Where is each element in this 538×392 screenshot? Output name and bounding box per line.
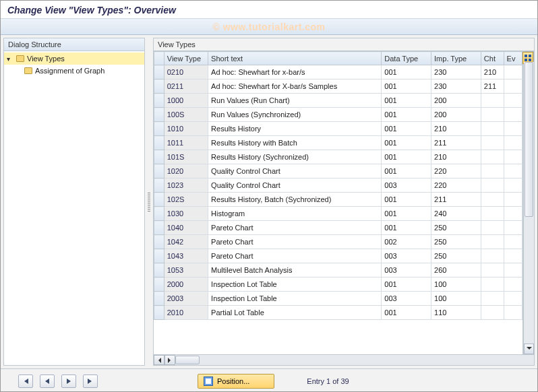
cell-short-text[interactable]: Quality Control Chart <box>208 178 382 193</box>
cell-data-type[interactable]: 003 <box>382 292 431 306</box>
table-row[interactable]: 1043Pareto Chart003250 <box>154 249 522 263</box>
cell-imp-type[interactable]: 220 <box>431 164 481 178</box>
table-row[interactable]: 1023Quality Control Chart003220 <box>154 178 522 193</box>
cell-view-type[interactable]: 101S <box>164 150 208 164</box>
scroll-right-button[interactable] <box>165 355 175 365</box>
cell-view-type[interactable]: 1040 <box>164 221 208 235</box>
cell-short-text[interactable]: Run Values (Synchronized) <box>208 108 382 122</box>
cell-ev[interactable] <box>504 249 522 263</box>
row-selector[interactable] <box>154 193 165 207</box>
table-row[interactable]: 2003Inspection Lot Table003100 <box>154 292 522 306</box>
cell-cht[interactable] <box>481 122 504 136</box>
row-selector[interactable] <box>154 263 165 277</box>
cell-data-type[interactable]: 001 <box>382 207 431 221</box>
cell-cht[interactable] <box>481 178 504 193</box>
cell-data-type[interactable]: 003 <box>382 249 431 263</box>
cell-imp-type[interactable]: 210 <box>431 122 481 136</box>
row-selector[interactable] <box>154 94 165 108</box>
prev-page-button[interactable] <box>40 374 55 388</box>
cell-data-type[interactable]: 001 <box>382 79 431 94</box>
cell-short-text[interactable]: Partial Lot Table <box>208 306 382 320</box>
h-scroll-track[interactable] <box>175 355 523 365</box>
cell-data-type[interactable]: 001 <box>382 122 431 136</box>
cell-view-type[interactable]: 1053 <box>164 263 208 277</box>
cell-data-type[interactable]: 003 <box>382 178 431 193</box>
cell-view-type[interactable]: 1043 <box>164 249 208 263</box>
cell-imp-type[interactable]: 240 <box>431 207 481 221</box>
cell-data-type[interactable]: 001 <box>382 164 431 178</box>
table-row[interactable]: 1042Pareto Chart002250 <box>154 235 522 249</box>
first-page-button[interactable] <box>18 374 33 388</box>
cell-view-type[interactable]: 0211 <box>164 79 208 94</box>
row-selector[interactable] <box>154 178 165 193</box>
scroll-track[interactable] <box>524 62 534 344</box>
cell-short-text[interactable]: Run Values (Run Chart) <box>208 94 382 108</box>
cell-ev[interactable] <box>504 79 522 94</box>
cell-imp-type[interactable]: 211 <box>431 136 481 150</box>
cell-data-type[interactable]: 001 <box>382 277 431 292</box>
horizontal-scrollbar[interactable] <box>154 354 534 365</box>
tree-collapse-icon[interactable]: ▾ <box>7 55 13 63</box>
row-selector[interactable] <box>154 164 165 178</box>
cell-imp-type[interactable]: 100 <box>431 277 481 292</box>
cell-cht[interactable] <box>481 277 504 292</box>
cell-ev[interactable] <box>504 263 522 277</box>
table-row[interactable]: 1000Run Values (Run Chart)001200 <box>154 94 522 108</box>
table-row[interactable]: 1011Results History with Batch001211 <box>154 136 522 150</box>
cell-cht[interactable] <box>481 207 504 221</box>
cell-data-type[interactable]: 001 <box>382 94 431 108</box>
cell-short-text[interactable]: Inspection Lot Table <box>208 277 382 292</box>
cell-data-type[interactable]: 001 <box>382 306 431 320</box>
cell-ev[interactable] <box>504 150 522 164</box>
position-button[interactable]: Position... <box>198 374 274 389</box>
row-selector[interactable] <box>154 150 165 164</box>
cell-data-type[interactable]: 003 <box>382 263 431 277</box>
tree-node-assignment-of-graph[interactable]: Assignment of Graph <box>4 65 144 77</box>
cell-data-type[interactable]: 001 <box>382 193 431 207</box>
table-row[interactable]: 1040Pareto Chart001250 <box>154 221 522 235</box>
cell-cht[interactable]: 210 <box>481 65 504 79</box>
cell-imp-type[interactable]: 200 <box>431 108 481 122</box>
cell-ev[interactable] <box>504 306 522 320</box>
cell-cht[interactable] <box>481 263 504 277</box>
cell-imp-type[interactable]: 211 <box>431 193 481 207</box>
cell-view-type[interactable]: 1042 <box>164 235 208 249</box>
row-selector[interactable] <box>154 65 165 79</box>
cell-imp-type[interactable]: 200 <box>431 94 481 108</box>
cell-imp-type[interactable]: 110 <box>431 306 481 320</box>
cell-short-text[interactable]: Results History <box>208 122 382 136</box>
cell-cht[interactable] <box>481 193 504 207</box>
table-row[interactable]: 1010Results History001210 <box>154 122 522 136</box>
row-selector[interactable] <box>154 79 165 94</box>
row-selector-header[interactable] <box>154 52 165 65</box>
cell-view-type[interactable]: 2010 <box>164 306 208 320</box>
cell-ev[interactable] <box>504 207 522 221</box>
col-header-cht[interactable]: Cht <box>481 52 504 65</box>
cell-view-type[interactable]: 2000 <box>164 277 208 292</box>
cell-short-text[interactable]: Pareto Chart <box>208 235 382 249</box>
cell-data-type[interactable]: 001 <box>382 136 431 150</box>
tree-node-view-types[interactable]: ▾ View Types <box>4 53 144 65</box>
next-page-button[interactable] <box>61 374 76 388</box>
cell-imp-type[interactable]: 100 <box>431 292 481 306</box>
cell-short-text[interactable]: Quality Control Chart <box>208 164 382 178</box>
cell-imp-type[interactable]: 250 <box>431 235 481 249</box>
cell-cht[interactable] <box>481 150 504 164</box>
cell-data-type[interactable]: 001 <box>382 221 431 235</box>
cell-ev[interactable] <box>504 235 522 249</box>
cell-data-type[interactable]: 002 <box>382 235 431 249</box>
vertical-scrollbar[interactable] <box>523 51 534 354</box>
table-row[interactable]: 2010Partial Lot Table001110 <box>154 306 522 320</box>
cell-cht[interactable] <box>481 136 504 150</box>
cell-ev[interactable] <box>504 221 522 235</box>
cell-view-type[interactable]: 102S <box>164 193 208 207</box>
cell-short-text[interactable]: Ad hoc: Shewhart for X-bar/s Samples <box>208 79 382 94</box>
row-selector[interactable] <box>154 221 165 235</box>
cell-imp-type[interactable]: 230 <box>431 65 481 79</box>
cell-short-text[interactable]: Ad hoc: Shewhart for x-bar/s <box>208 65 382 79</box>
cell-cht[interactable] <box>481 164 504 178</box>
table-row[interactable]: 1053Multilevel Batch Analysis003260 <box>154 263 522 277</box>
col-header-view-type[interactable]: View Type <box>164 52 208 65</box>
cell-ev[interactable] <box>504 94 522 108</box>
cell-cht[interactable] <box>481 292 504 306</box>
